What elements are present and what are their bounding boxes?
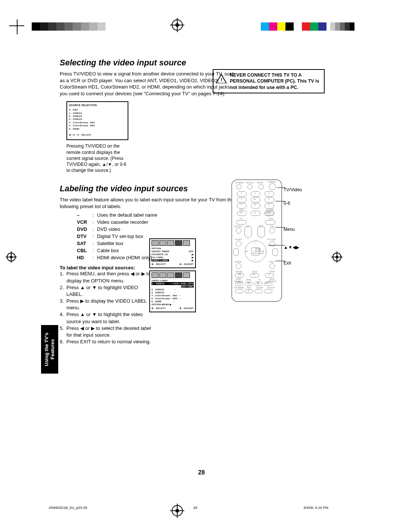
osd-title: SOURCE SELECTION <box>69 103 126 107</box>
section-intro-labeling: The video label feature allows you to la… <box>60 197 235 210</box>
remote-label-exit: Exit <box>284 261 291 265</box>
footer-file: J3W60321B_En_p23-29 <box>49 505 87 510</box>
osd-option-menu: OPTION ON/OFF TIMEROFFFAVORITE CH▶CH LAB… <box>149 238 196 268</box>
remote-illustration: TV/VIDEO RECALL MUTE POWER 1 2 3 4 5▸ 6 … <box>231 179 284 303</box>
gray-bar-dup <box>330 22 354 31</box>
color-bar <box>261 22 327 31</box>
registration-mark-right <box>332 253 341 262</box>
osd2-title: OPTION <box>151 247 194 250</box>
osd-source-selection: SOURCE SELECTION 0 . ANT1 . VIDEO12 . VI… <box>66 101 128 140</box>
section-title-selecting: Selecting the video input source <box>60 58 328 68</box>
remote-label-tvvideo: TV/Video <box>284 188 302 192</box>
osd2-footer-right: ⊕ : ADJUST <box>179 263 194 266</box>
osd2b-option-menu: OPTION MENU ▶ <box>151 303 194 306</box>
osd2b-hl-right2: SAT / CBL <box>181 285 194 288</box>
osd-video-label: VIDEO LABEL 1 . VIDEO1– / VCR / DVD / DT… <box>149 270 196 312</box>
crop-mark <box>17 19 25 34</box>
osd2b-hl-right: – / VCR / DVD / DTV <box>165 282 194 285</box>
remote-label-menu: Menu <box>284 227 295 232</box>
osd2-highlight-arrow: ▶ <box>192 259 194 262</box>
registration-mark-left <box>7 253 16 262</box>
chapter-tab: Using the TV'sFeatures <box>41 325 58 374</box>
page-number: 28 <box>198 469 205 476</box>
osd-rows: 0 . ANT1 . VIDEO12 . VIDEO23 . VIDEO34 .… <box>69 108 126 130</box>
remote-label-arrows: ▲▼◀▶ <box>284 245 299 250</box>
osd2b-hl-left: 1 . VIDEO1 <box>151 282 165 285</box>
registration-mark-top <box>172 19 183 31</box>
osd2b-title: VIDEO LABEL <box>151 279 194 282</box>
osd2b-footer-right: ⊕ : ADJUST <box>179 307 194 310</box>
remote-label-0-6: 0-6 <box>284 201 290 205</box>
osd2-highlight: VIDEO LABEL <box>151 259 169 262</box>
osd2b-footer-left: ⊕ : SELECT <box>151 307 166 310</box>
osd-caption: Pressing TV/VIDEO on the remote control … <box>66 143 130 173</box>
section-body-selecting: Press TV/VIDEO to view a signal from ano… <box>60 71 235 97</box>
osd2-footer-left: ⊕ : SELECT <box>151 263 166 266</box>
print-footer: J3W60321B_En_p23-29 28 3/4/06, 6:10 PM <box>49 505 328 510</box>
gray-ramp <box>32 22 114 31</box>
osd-footer: ⊕ / 0 - 6 : SELECT <box>69 133 91 136</box>
footer-page: 28 <box>193 505 197 510</box>
footer-date: 3/4/06, 6:10 PM <box>303 505 328 510</box>
